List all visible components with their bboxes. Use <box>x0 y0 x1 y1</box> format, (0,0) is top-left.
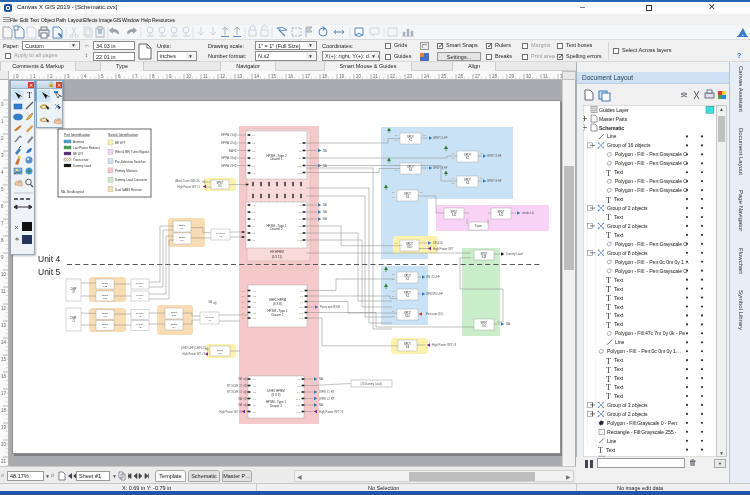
svg-text:Polygon - Fill: - Pen:Grayscal: Polygon - Fill: - Pen:Grayscale C <box>615 178 687 184</box>
svg-text:Text: Text <box>614 196 624 202</box>
svg-text:T: T <box>606 213 611 222</box>
svg-text:Port Identification: Port Identification <box>64 133 90 137</box>
svg-text:Text: Text <box>614 321 624 327</box>
svg-text:Group of 8 objects: Group of 8 objects <box>607 250 648 256</box>
svg-text:Text: Text <box>614 375 624 381</box>
svg-text:Line: Line <box>607 133 617 139</box>
svg-text:Text: Text <box>614 214 624 220</box>
svg-text:Text: Text <box>614 357 624 363</box>
svg-text:Group of 2 objects: Group of 2 objects <box>607 411 648 417</box>
svg-text:T: T <box>606 285 611 294</box>
svg-text:Transceiver: Transceiver <box>73 158 89 162</box>
svg-text:BE W/T: BE W/T <box>115 141 126 145</box>
svg-text:T: T <box>606 169 611 178</box>
svg-text:Schematic: Schematic <box>599 125 624 131</box>
svg-text:Text: Text <box>614 232 624 238</box>
svg-text:T: T <box>606 312 611 321</box>
svg-text:Polygon - Fill:Grayscale 0 - P: Polygon - Fill:Grayscale 0 - Pen: <box>607 420 678 426</box>
svg-text:Dummy Load: Dummy Load <box>73 164 91 168</box>
svg-text:Dummy Load Crossover: Dummy Load Crossover <box>115 178 147 182</box>
svg-text:T: T <box>606 276 611 285</box>
svg-text:Group of 3 objects: Group of 3 objects <box>607 402 648 408</box>
svg-text:T: T <box>606 294 611 303</box>
svg-text:BE W/T: BE W/T <box>73 152 84 156</box>
svg-text:T: T <box>606 392 611 401</box>
svg-text:Polygon - Fill: - Pen:Grayscal: Polygon - Fill: - Pen:Grayscale C <box>615 268 687 274</box>
svg-text:T: T <box>606 321 611 330</box>
svg-text:Group of 16 objects: Group of 16 objects <box>607 142 651 148</box>
svg-text:T: T <box>598 446 603 455</box>
svg-text:Polygon - Fill:47c 7m 0y 0k -: Polygon - Fill:47c 7m 0y 0k - Pe <box>615 330 685 336</box>
svg-text:Text: Text <box>614 277 624 283</box>
svg-text:(Mini & BE) Tuner Bypass: (Mini & BE) Tuner Bypass <box>115 150 150 154</box>
svg-text:Text: Text <box>614 393 624 399</box>
svg-text:Group of 2 objects: Group of 2 objects <box>607 205 648 211</box>
svg-text:T: T <box>606 366 611 375</box>
svg-text:Text: Text <box>614 366 624 372</box>
svg-text:Polygon - Fill: - Pen:Grayscal: Polygon - Fill: - Pen:Grayscale C <box>615 241 687 247</box>
svg-text:Text: Text <box>614 304 624 310</box>
svg-text:Group of 2 objects: Group of 2 objects <box>607 223 648 229</box>
svg-text:Line: Line <box>607 438 617 444</box>
svg-text:T: T <box>606 303 611 312</box>
svg-text:Primary Matrices: Primary Matrices <box>115 169 138 173</box>
svg-text:Polygon - Fill: - Pen:Grayscal: Polygon - Fill: - Pen:Grayscale C <box>615 160 687 166</box>
svg-text:Polygon - Fill: - Pen:Grayscal: Polygon - Fill: - Pen:Grayscale C <box>615 151 687 157</box>
svg-text:T: T <box>606 375 611 384</box>
svg-text:T: T <box>606 383 611 392</box>
svg-text:Line: Line <box>615 339 625 345</box>
svg-text:NA - Not Assigned: NA - Not Assigned <box>61 190 84 194</box>
svg-text:Low Power Redirect: Low Power Redirect <box>73 146 100 150</box>
svg-text:Text: Text <box>614 169 624 175</box>
svg-text:T: T <box>27 91 32 100</box>
svg-text:Polygon - Fill: - Pen:0c 0m 0y: Polygon - Fill: - Pen:0c 0m 0y 1… <box>615 259 689 265</box>
svg-text:Text: Text <box>614 312 624 318</box>
svg-text:Text: Text <box>614 384 624 390</box>
svg-text:Text: Text <box>606 447 616 453</box>
svg-text:T: T <box>606 231 611 240</box>
svg-text:Pre-Selection Switches: Pre-Selection Switches <box>115 160 146 164</box>
svg-text:Polygon - Fill: - Pen:0c 0m 0y: Polygon - Fill: - Pen:0c 0m 0y 1… <box>607 348 681 354</box>
svg-text:Text: Text <box>614 295 624 301</box>
svg-text:T: T <box>606 196 611 205</box>
svg-text:Dual DABS Receive: Dual DABS Receive <box>115 188 142 192</box>
svg-text:Switch Identification: Switch Identification <box>108 133 138 137</box>
svg-text:Guides Layer: Guides Layer <box>599 107 629 113</box>
svg-text:Text: Text <box>614 286 624 292</box>
svg-text:Master Parts: Master Parts <box>599 116 628 122</box>
svg-text:Polygon - Fill: - Pen:Grayscal: Polygon - Fill: - Pen:Grayscale C <box>615 187 687 193</box>
svg-text:Rectangle - Fill:Grayscale 255: Rectangle - Fill:Grayscale 255 - <box>607 429 677 435</box>
svg-text:T: T <box>606 357 611 366</box>
svg-text:Antenna: Antenna <box>73 140 85 144</box>
